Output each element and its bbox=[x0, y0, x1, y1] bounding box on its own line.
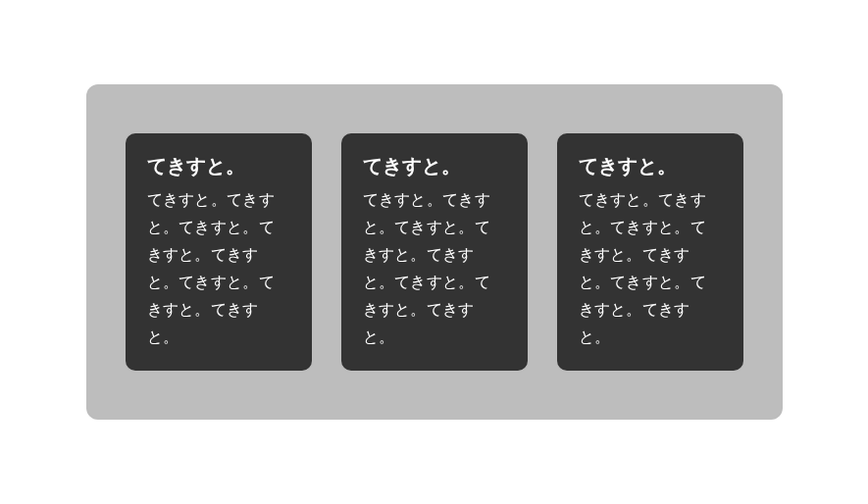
card-body: てきすと。てきすと。てきすと。てきすと。てきすと。てきすと。てきすと。てきすと。 bbox=[147, 186, 290, 351]
card-body: てきすと。てきすと。てきすと。てきすと。てきすと。てきすと。てきすと。てきすと。 bbox=[363, 186, 506, 351]
card-title: てきすと。 bbox=[363, 153, 506, 178]
card-body: てきすと。てきすと。てきすと。てきすと。てきすと。てきすと。てきすと。てきすと。 bbox=[579, 186, 722, 351]
card: てきすと。 てきすと。てきすと。てきすと。てきすと。てきすと。てきすと。てきすと… bbox=[557, 133, 743, 371]
card-container: てきすと。 てきすと。てきすと。てきすと。てきすと。てきすと。てきすと。てきすと… bbox=[86, 84, 783, 420]
card: てきすと。 てきすと。てきすと。てきすと。てきすと。てきすと。てきすと。てきすと… bbox=[126, 133, 312, 371]
card: てきすと。 てきすと。てきすと。てきすと。てきすと。てきすと。てきすと。てきすと… bbox=[341, 133, 528, 371]
card-title: てきすと。 bbox=[579, 153, 722, 178]
card-title: てきすと。 bbox=[147, 153, 290, 178]
